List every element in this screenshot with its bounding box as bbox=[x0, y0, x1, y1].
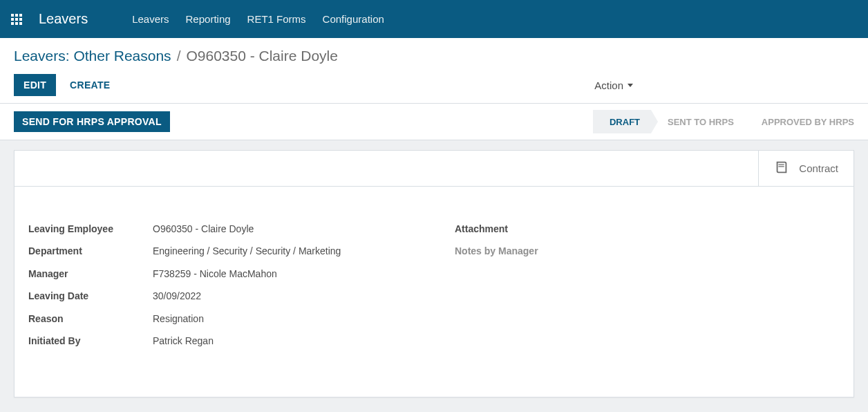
breadcrumb-sep: / bbox=[177, 48, 181, 64]
status-step-sent-to-hrps[interactable]: SENT TO HRPS bbox=[651, 110, 745, 133]
status-step-label: DRAFT bbox=[610, 117, 640, 127]
field-label: Initiated By bbox=[28, 333, 153, 348]
action-dropdown-label: Action bbox=[594, 79, 623, 91]
field-label: Reason bbox=[28, 311, 153, 326]
app-brand: Leavers bbox=[39, 11, 88, 27]
field-row-leaving-date: Leaving Date30/09/2022 bbox=[28, 288, 413, 303]
field-row-reason: ReasonResignation bbox=[28, 311, 413, 326]
field-row-initiated-by: Initiated ByPatrick Regan bbox=[28, 333, 413, 348]
nav-item-reporting[interactable]: Reporting bbox=[186, 13, 231, 25]
breadcrumb: Leavers: Other Reasons / O960350 - Clair… bbox=[0, 38, 868, 71]
send-for-hrps-approval-button[interactable]: Send for HRPS Approval bbox=[14, 111, 170, 132]
nav-item-leavers[interactable]: Leavers bbox=[132, 13, 169, 25]
field-value: O960350 - Claire Doyle bbox=[153, 221, 254, 236]
apps-icon[interactable] bbox=[11, 14, 22, 25]
nav-item-configuration[interactable]: Configuration bbox=[323, 13, 384, 25]
field-label: Leaving Date bbox=[28, 288, 153, 303]
field-label: Department bbox=[28, 243, 153, 259]
breadcrumb-current: O960350 - Claire Doyle bbox=[186, 48, 337, 64]
field-value: F738259 - Nicole MacMahon bbox=[153, 266, 277, 281]
sheet-header: Contract bbox=[15, 151, 853, 187]
contract-button[interactable]: Contract bbox=[758, 151, 853, 186]
sheet-body: Leaving EmployeeO960350 - Claire DoyleDe… bbox=[15, 187, 853, 397]
action-dropdown[interactable]: Action bbox=[594, 79, 633, 91]
nav-items: Leavers Reporting RET1 Forms Configurati… bbox=[132, 13, 384, 25]
field-label: Notes by Manager bbox=[455, 243, 579, 259]
edit-button[interactable]: Edit bbox=[14, 74, 56, 96]
field-row-manager: ManagerF738259 - Nicole MacMahon bbox=[28, 266, 413, 281]
status-step-label: APPROVED BY HRPS bbox=[762, 117, 854, 127]
field-value: Resignation bbox=[153, 311, 204, 326]
toolbar: Edit Create Action bbox=[0, 71, 868, 103]
form-sheet: Contract Leaving EmployeeO960350 - Clair… bbox=[14, 150, 854, 397]
sheet-wrap: Contract Leaving EmployeeO960350 - Clair… bbox=[0, 140, 868, 412]
create-button[interactable]: Create bbox=[60, 74, 120, 96]
caret-down-icon bbox=[628, 84, 633, 87]
field-label: Leaving Employee bbox=[28, 221, 153, 236]
fields-right-col: AttachmentNotes by Manager bbox=[455, 221, 840, 355]
field-row-leaving-employee: Leaving EmployeeO960350 - Claire Doyle bbox=[28, 221, 413, 236]
nav-item-ret1-forms[interactable]: RET1 Forms bbox=[247, 13, 306, 25]
field-label: Manager bbox=[28, 266, 153, 281]
field-label: Attachment bbox=[455, 221, 579, 236]
field-row-notes-by-manager: Notes by Manager bbox=[455, 243, 840, 259]
book-icon bbox=[774, 160, 789, 177]
content-area: Leavers: Other Reasons / O960350 - Clair… bbox=[0, 38, 868, 140]
field-value: 30/09/2022 bbox=[153, 288, 201, 303]
contract-button-label: Contract bbox=[799, 162, 838, 174]
status-step-approved-by-hrps[interactable]: APPROVED BY HRPS bbox=[745, 110, 854, 133]
field-value: Patrick Regan bbox=[153, 333, 214, 348]
status-track: DRAFT SENT TO HRPS APPROVED BY HRPS bbox=[593, 110, 854, 133]
field-value: Engineering / Security / Security / Mark… bbox=[153, 243, 341, 259]
field-row-attachment: Attachment bbox=[455, 221, 840, 236]
field-row-department: DepartmentEngineering / Security / Secur… bbox=[28, 243, 413, 259]
top-navbar: Leavers Leavers Reporting RET1 Forms Con… bbox=[0, 0, 868, 38]
fields-left-col: Leaving EmployeeO960350 - Claire DoyleDe… bbox=[28, 221, 413, 355]
breadcrumb-root[interactable]: Leavers: Other Reasons bbox=[14, 48, 171, 64]
status-step-label: SENT TO HRPS bbox=[668, 117, 734, 127]
status-step-draft[interactable]: DRAFT bbox=[593, 110, 651, 133]
statusbar: Send for HRPS Approval DRAFT SENT TO HRP… bbox=[0, 103, 868, 140]
